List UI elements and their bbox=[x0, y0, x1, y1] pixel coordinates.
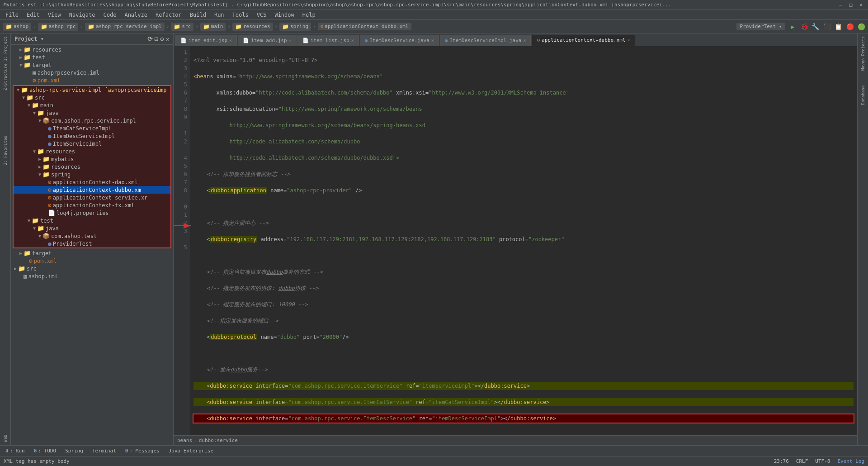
tab-item-list[interactable]: 📄 item-list.jsp × bbox=[297, 35, 359, 46]
xml-file-icon: ⚙ bbox=[321, 24, 324, 29]
tree-item-src2[interactable]: ▶ 📁 src bbox=[11, 265, 173, 272]
code-editor[interactable]: 1 2 3 4 5 6 7 8 9 1 2 4 5 6 7 bbox=[174, 46, 857, 435]
folder-icon: 📁 bbox=[5, 24, 12, 30]
breadcrumb-service-impl[interactable]: 📁 ashop-rpc-service-impl bbox=[85, 23, 165, 31]
tree-item-resources2[interactable]: ▼ 📁 resources bbox=[14, 147, 170, 155]
tree-item-itemserviceimpl[interactable]: ● ItemServiceImpl bbox=[14, 140, 170, 147]
tree-item-iml[interactable]: ▦ ashoprpcservice.iml bbox=[11, 69, 173, 76]
maximize-btn[interactable]: □ bbox=[848, 2, 854, 8]
tree-item-main[interactable]: ▼ 📁 main bbox=[14, 101, 170, 109]
tab-item-edit[interactable]: 📄 item-edit.jsp × bbox=[175, 35, 237, 46]
menu-help[interactable]: Help bbox=[299, 11, 319, 19]
bottom-tab-spring[interactable]: Spring bbox=[61, 447, 87, 455]
tree-item-target2[interactable]: ▶ 📁 target bbox=[11, 249, 173, 257]
tree-item-test2[interactable]: ▼ 📁 test bbox=[14, 217, 170, 224]
status-bar: XML tag has empty body 23:76 CRLF UTF-8 … bbox=[0, 456, 868, 466]
run-config-selector[interactable]: ProviderTest ▾ bbox=[736, 23, 786, 30]
tree-item-test[interactable]: ▶ 📁 test bbox=[11, 53, 173, 61]
left-web-tab[interactable]: Web bbox=[1, 432, 10, 445]
breadcrumb-sep-6: › bbox=[275, 24, 278, 29]
run-button[interactable]: ▶ bbox=[788, 22, 797, 31]
breadcrumb-ashop[interactable]: 📁 ashop bbox=[3, 23, 31, 31]
tab-item-add[interactable]: 📄 item-add.jsp × bbox=[238, 35, 297, 46]
tree-item-ashop-test[interactable]: ▼ 📦 com.ashop.test bbox=[14, 232, 170, 240]
tab-close-item-list[interactable]: × bbox=[351, 38, 354, 43]
bc-sep: › bbox=[194, 437, 197, 443]
tree-item-service-xml[interactable]: ⚙ applicationContext-service.xr bbox=[14, 194, 170, 201]
bottom-tab-todo[interactable]: 6 : TODO bbox=[30, 447, 60, 455]
minimize-btn[interactable]: — bbox=[837, 2, 844, 8]
status-position: 23:76 bbox=[774, 458, 789, 464]
sidebar-sync-btn[interactable]: ⟳ bbox=[147, 35, 153, 43]
bottom-tab-messages[interactable]: 0 : Messages bbox=[122, 447, 163, 455]
tab-close-itemdescservice[interactable]: × bbox=[431, 38, 434, 43]
tree-item-java2[interactable]: ▼ 📁 java bbox=[14, 224, 170, 232]
tree-item-resources3[interactable]: ▶ 📁 resources bbox=[14, 163, 170, 171]
tree-item-pom2[interactable]: ⚙ pom.xml bbox=[11, 257, 173, 265]
bc-beans[interactable]: beans bbox=[177, 437, 192, 443]
sidebar-close-btn[interactable]: ✕ bbox=[166, 35, 170, 43]
tree-item-dao-xml[interactable]: ⚙ applicationContext-dao.xml bbox=[14, 178, 170, 186]
menu-build[interactable]: Build bbox=[186, 11, 210, 19]
tree-item-mybatis[interactable]: ▶ 📁 mybatis bbox=[14, 155, 170, 163]
menu-window[interactable]: Window bbox=[271, 11, 297, 19]
tree-item-ashop-rpc-service-impl[interactable]: ▼ 📁 ashop-rpc-service-impl [ashoprpcserv… bbox=[14, 86, 170, 94]
bottom-tab-java-enterprise[interactable]: Java Enterprise bbox=[165, 447, 217, 455]
tree-item-log4j[interactable]: 📄 log4j.properties bbox=[14, 209, 170, 217]
tab-itemdescserviceimpl[interactable]: ● ItemDescServiceImpl.java × bbox=[440, 35, 531, 46]
breadcrumb-src[interactable]: 📁 src bbox=[171, 23, 193, 31]
right-maven-tab[interactable]: Maven Projects bbox=[859, 35, 868, 71]
menu-view[interactable]: View bbox=[44, 11, 65, 19]
tab-applicationcontext-dubbo[interactable]: ⚙ applicationContext-dubbo.xml × bbox=[532, 35, 635, 46]
left-favorites-tab[interactable]: 2: Favorites bbox=[1, 137, 10, 164]
bottom-tab-terminal[interactable]: Terminal bbox=[89, 447, 120, 455]
left-project-tab[interactable]: 1: Project bbox=[1, 35, 10, 62]
bc-dubbo-service[interactable]: dubbo:service bbox=[199, 437, 238, 443]
tab-close-applicationcontext-dubbo[interactable]: × bbox=[627, 38, 630, 43]
tree-item-pom1[interactable]: ⚙ pom.xml bbox=[11, 76, 173, 84]
menu-vcs[interactable]: VCS bbox=[253, 11, 270, 19]
menu-file[interactable]: File bbox=[2, 11, 22, 19]
toolbar-icons: 🔧 ⬛ 📋 🔴 🟢 bbox=[811, 23, 865, 30]
left-structure-tab[interactable]: Z-Structure bbox=[1, 63, 10, 90]
tree-item-src[interactable]: ▼ 📁 src bbox=[14, 94, 170, 101]
tab-itemdescservice[interactable]: ● ItemDescService.java × bbox=[360, 35, 439, 46]
close-btn[interactable]: ✕ bbox=[858, 2, 864, 8]
tree-item-ashop-iml[interactable]: ▦ ashop.iml bbox=[11, 272, 173, 280]
menu-refactor[interactable]: Refactor bbox=[152, 11, 185, 19]
breadcrumb-file[interactable]: ⚙ applicationContext-dubbo.xml bbox=[318, 23, 411, 30]
tab-close-item-add[interactable]: × bbox=[289, 38, 292, 43]
code-content[interactable]: <?xml version="1.0" encoding="UTF-8"?> <… bbox=[190, 46, 857, 435]
menu-analyze[interactable]: Analyze bbox=[121, 11, 151, 19]
breadcrumb-sep-7: › bbox=[313, 24, 316, 29]
tree-item-providertest[interactable]: ● ProviderTest bbox=[14, 240, 170, 247]
breadcrumb-main[interactable]: 📁 main bbox=[200, 23, 226, 31]
menu-tools[interactable]: Tools bbox=[229, 11, 252, 19]
tree-item-resources[interactable]: ▶ 📁 resources bbox=[11, 46, 173, 53]
tree-item-dubbo-xml[interactable]: ⚙ applicationContext-dubbo.xm bbox=[14, 186, 170, 194]
menu-navigate[interactable]: Navigate bbox=[66, 11, 99, 19]
sidebar-collapse-btn[interactable]: ⊟ bbox=[155, 35, 158, 43]
right-database-tab[interactable]: Database bbox=[859, 81, 868, 109]
tree-item-package[interactable]: ▼ 📦 com.ashop.rpc.service.impl bbox=[14, 117, 170, 124]
tree-item-itemcatserviceimpl[interactable]: ● ItemCatServiceImpl bbox=[14, 124, 170, 132]
tree-item-itemdescserviceimpl[interactable]: ● ItemDescServiceImpl bbox=[14, 132, 170, 140]
menu-edit[interactable]: Edit bbox=[23, 11, 43, 19]
tree-item-target1[interactable]: ▼ 📁 target bbox=[11, 61, 173, 69]
breadcrumb-sep-4: › bbox=[195, 24, 198, 29]
folder-icon: 📁 bbox=[174, 24, 180, 30]
breadcrumb-resources[interactable]: 📁 resources bbox=[232, 23, 273, 31]
tree-item-java[interactable]: ▼ 📁 java bbox=[14, 109, 170, 117]
breadcrumb-spring[interactable]: 📁 spring bbox=[279, 23, 311, 31]
menu-code[interactable]: Code bbox=[100, 11, 120, 19]
tab-close-itemdescserviceimpl[interactable]: × bbox=[523, 38, 526, 43]
sidebar-settings-btn[interactable]: ⚙ bbox=[160, 35, 164, 43]
tab-close-item-edit[interactable]: × bbox=[229, 38, 232, 43]
menu-run[interactable]: Run bbox=[211, 11, 228, 19]
debug-button[interactable]: 🐞 bbox=[800, 22, 809, 31]
tree-item-spring[interactable]: ▼ 📁 spring bbox=[14, 171, 170, 178]
breadcrumb-ashop-rpc[interactable]: 📁 ashop-rpc bbox=[38, 23, 79, 31]
bottom-tab-run[interactable]: 4 : Run bbox=[2, 447, 28, 455]
event-log-btn[interactable]: Event Log bbox=[837, 458, 864, 464]
tree-item-tx-xml[interactable]: ⚙ applicationContext-tx.xml bbox=[14, 201, 170, 209]
